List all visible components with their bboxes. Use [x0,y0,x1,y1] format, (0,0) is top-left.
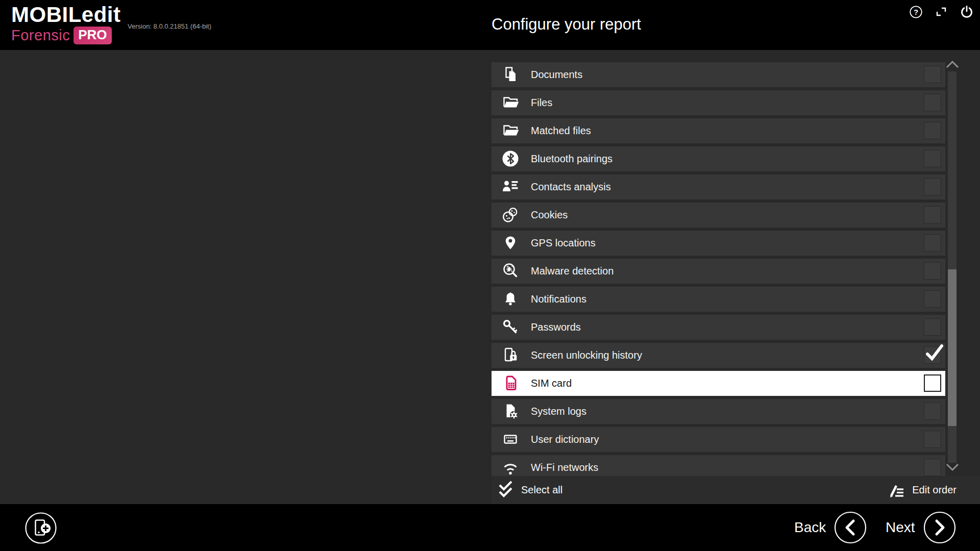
contacts-analysis-icon [501,178,520,196]
next-label: Next [886,519,915,536]
page-title: Configure your report [492,15,641,34]
scrollbar-thumb[interactable] [948,269,957,426]
report-item-row[interactable]: Cookies [492,203,945,228]
report-item-label: Passwords [531,315,581,340]
footer: Back Next [0,504,980,551]
next-button[interactable]: Next [886,504,956,551]
report-item-row[interactable]: Files [492,90,945,115]
report-item-row[interactable]: GPS locations [492,231,945,256]
report-item-label: Notifications [531,287,586,312]
report-item-row[interactable]: System logs [492,399,945,424]
report-item-row[interactable]: Malware detection [492,259,945,284]
list-toolbar: Select all Edit order [492,476,980,504]
back-label: Back [794,519,826,536]
documents-icon [501,65,520,84]
checkbox-unchecked[interactable] [924,178,941,195]
user-dictionary-keyboard-icon [501,430,520,448]
password-key-icon [501,318,520,336]
report-item-label: Matched files [531,118,591,143]
screen-unlock-icon [501,346,520,364]
main-content: DocumentsFilesMatched filesBluetooth pai… [0,50,980,504]
select-all-label: Select all [521,484,562,496]
window-controls: ? [909,3,974,20]
report-item-label: System logs [531,399,586,424]
back-button[interactable]: Back [794,504,867,551]
report-item-label: Malware detection [531,259,614,284]
report-item-row[interactable]: Contacts analysis [492,174,945,199]
scroll-down-icon[interactable] [946,463,959,471]
report-item-label: Screen unlocking history [531,343,642,368]
report-item-row[interactable]: Screen unlocking history [492,343,945,368]
select-all-icon [498,481,514,500]
cookies-icon [501,206,520,224]
help-icon[interactable]: ? [909,5,923,19]
sim-card-icon [501,374,520,392]
checkbox-unchecked[interactable] [924,66,941,83]
system-logs-icon [501,402,520,420]
logo-text-forensic: Forensic [11,27,70,44]
edit-order-icon [888,483,905,498]
report-item-row[interactable]: User dictionary [492,427,945,452]
version-label: Version: 8.0.0.21851 (64-bit) [128,22,211,30]
scrollbar-track[interactable] [948,71,957,463]
report-item-label: Bluetooth pairings [531,146,612,171]
checkbox-unchecked[interactable] [924,290,941,308]
edit-order-label: Edit order [912,484,957,496]
matched-files-folder-icon [501,121,520,140]
report-item-row[interactable]: Passwords [492,315,945,340]
resize-window-icon[interactable] [934,5,948,19]
logo-text-mobiledit: MOBILedit [11,3,120,27]
back-arrow-icon [834,511,867,544]
notification-bell-icon [501,290,520,308]
checkbox-unchecked[interactable] [924,150,941,167]
report-item-label: GPS locations [531,231,596,256]
report-item-row[interactable]: Bluetooth pairings [492,146,945,171]
checkbox-unchecked[interactable] [924,459,941,476]
gps-pin-icon [501,234,520,252]
report-item-label: SIM card [531,371,572,396]
report-item-label: Files [531,90,552,115]
svg-text:?: ? [913,8,918,16]
wifi-icon [501,458,520,476]
scroll-up-icon[interactable] [946,60,959,68]
checkbox-unchecked[interactable] [924,403,941,420]
edit-order-button[interactable]: Edit order [888,476,957,504]
logo-badge-pro: PRO [74,27,111,44]
bluetooth-icon [501,149,520,168]
report-item-row[interactable]: SIM card [492,371,945,396]
checkbox-unchecked[interactable] [924,318,941,336]
checkbox-unchecked[interactable] [924,122,941,139]
report-item-label: Documents [531,62,582,87]
checkbox-unchecked[interactable] [924,262,941,280]
report-item-row[interactable]: Documents [492,62,945,87]
app-window: MOBILedit Forensic PRO Version: 8.0.0.21… [0,0,980,551]
files-folder-icon [501,93,520,112]
checkbox-unchecked[interactable] [924,374,941,392]
report-item-label: Contacts analysis [531,174,611,199]
header: MOBILedit Forensic PRO Version: 8.0.0.21… [0,0,980,50]
report-item-label: User dictionary [531,427,599,452]
report-item-list: DocumentsFilesMatched filesBluetooth pai… [492,62,945,476]
app-logo: MOBILedit Forensic PRO [11,3,120,44]
report-item-row[interactable]: Matched files [492,118,945,143]
next-arrow-icon [923,511,956,544]
malware-scan-icon [501,262,520,280]
checkbox-checked[interactable] [924,346,941,364]
report-item-row[interactable]: Notifications [492,287,945,312]
checkbox-unchecked[interactable] [924,206,941,223]
report-item-label: Wi-Fi networks [531,455,598,476]
checkbox-unchecked[interactable] [924,234,941,252]
report-item-label: Cookies [531,203,568,228]
power-icon[interactable] [960,5,974,19]
report-item-row[interactable]: Wi-Fi networks [492,455,945,476]
checkbox-unchecked[interactable] [924,94,941,111]
checkbox-unchecked[interactable] [924,431,941,448]
add-phone-button[interactable] [24,512,57,544]
select-all-button[interactable]: Select all [498,476,562,504]
